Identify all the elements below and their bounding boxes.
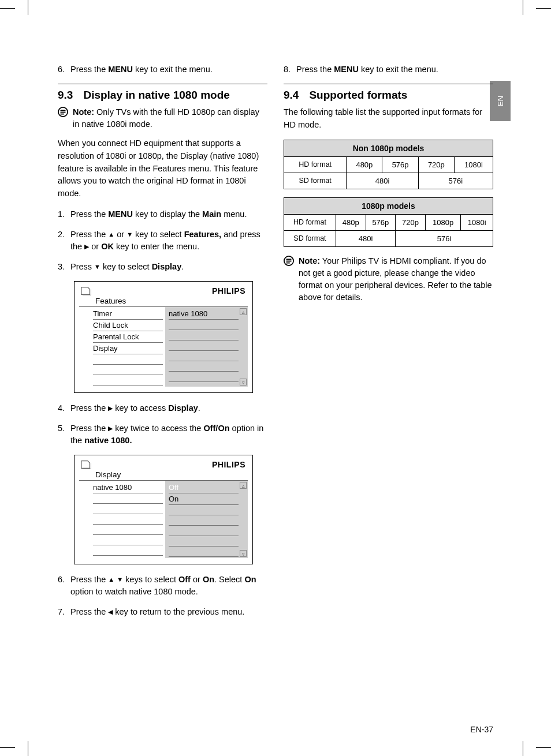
- text: key to enter the menu.: [114, 242, 199, 251]
- list-item: [169, 361, 239, 372]
- text: key to exit the menu.: [133, 65, 213, 74]
- list-item: [169, 536, 239, 547]
- text: menu.: [221, 209, 247, 219]
- step-3: 3. Press ▼ key to select Display.: [58, 261, 267, 273]
- table-1080p: 1080p models HD format 480p 576p 720p 10…: [284, 197, 493, 247]
- osd-title: Display: [95, 470, 248, 479]
- list-item: Display: [93, 343, 163, 354]
- display-key: Display: [152, 262, 182, 271]
- section-number: 9.4: [284, 89, 299, 102]
- osd-features-menu: PHILIPS Features Timer Child Lock Parent…: [74, 281, 253, 393]
- svg-rect-5: [286, 259, 292, 260]
- up-arrow-icon: ▲: [108, 230, 114, 239]
- text: key to display the: [133, 209, 202, 219]
- list-item: native 1080: [93, 482, 163, 493]
- text: Press: [70, 262, 94, 271]
- list-item: [93, 525, 163, 535]
- text: Press the: [70, 575, 108, 584]
- scroll-up-icon: ▵: [240, 308, 247, 315]
- right-column: 8. Press the MENU key to exit the menu. …: [284, 63, 493, 626]
- row-label: HD format: [284, 214, 336, 230]
- step-4: 4. Press the ▶ key to access Display.: [58, 402, 267, 414]
- note-9-3: Note: Only TVs with the full HD 1080p ca…: [58, 106, 267, 130]
- list-item: [169, 330, 239, 340]
- text: Press the: [70, 607, 108, 616]
- text: Press the: [70, 230, 108, 239]
- brand-label: PHILIPS: [212, 460, 245, 469]
- menu-key: MENU: [334, 65, 359, 74]
- svg-rect-6: [286, 260, 292, 261]
- document-icon: [80, 285, 93, 297]
- text: Press the: [70, 403, 108, 413]
- left-column: 6. Press the MENU key to exit the menu. …: [58, 63, 267, 626]
- list-item-selected: Off: [169, 482, 239, 493]
- down-arrow-icon: ▼: [126, 230, 133, 239]
- list-item: [169, 372, 239, 382]
- list-item: [169, 351, 239, 361]
- section-title: Supported formats: [309, 89, 407, 102]
- step-6: 6. Press the ▲ ▼ keys to select Off or O…: [58, 574, 267, 598]
- list-item: [169, 340, 239, 351]
- svg-rect-3: [61, 114, 64, 115]
- text: key to return to the previous menu.: [113, 607, 244, 616]
- text: Press the: [70, 65, 108, 74]
- svg-rect-1: [61, 110, 66, 111]
- ok-key: OK: [101, 242, 114, 251]
- osd-display-menu: PHILIPS Display native 1080 ▵: [74, 455, 253, 564]
- text: .: [181, 262, 184, 271]
- text: .: [198, 403, 200, 413]
- down-arrow-icon: ▼: [117, 575, 123, 585]
- page-content: 6. Press the MENU key to exit the menu. …: [35, 40, 516, 727]
- table-cell: 576p: [382, 156, 418, 173]
- table-cell: 1080i: [461, 214, 493, 230]
- note-text: Only TVs with the full HD 1080p can disp…: [73, 107, 259, 129]
- osd-title: Features: [95, 297, 248, 305]
- list-item: [93, 504, 163, 514]
- scroll-down-icon: ▿: [240, 550, 247, 557]
- list-item: [93, 354, 163, 365]
- table-title: 1080p models: [284, 197, 493, 214]
- row-label: SD format: [284, 173, 347, 189]
- list-item: [93, 493, 163, 504]
- on-key: On: [203, 575, 214, 584]
- section-title: Display in native 1080 mode: [83, 89, 229, 102]
- step-6-top: 6. Press the MENU key to exit the menu.: [58, 63, 267, 76]
- text: key to select: [133, 230, 184, 239]
- text: Press the: [70, 424, 108, 433]
- note-9-4: Note: Your Philips TV is HDMI compliant.…: [284, 255, 493, 304]
- svg-rect-7: [286, 262, 290, 263]
- up-arrow-icon: ▲: [108, 575, 114, 585]
- text: Press the: [70, 209, 108, 219]
- osd-left-pane: native 1080: [79, 481, 165, 558]
- text: key to access: [113, 403, 168, 413]
- note-label: Note:: [299, 256, 320, 265]
- paragraph-supported-formats: The following table list the supported i…: [284, 106, 493, 132]
- section-9-3-heading: 9.3 Display in native 1080 mode: [58, 89, 267, 102]
- table-cell: 1080i: [454, 156, 493, 173]
- list-item: [169, 320, 239, 330]
- row-label: HD format: [284, 156, 347, 173]
- table-cell: 480i: [347, 173, 418, 189]
- text: key to select: [100, 262, 152, 271]
- offon-key: Off/On: [203, 424, 229, 433]
- menu-key: MENU: [108, 209, 133, 219]
- list-item: Timer: [93, 308, 163, 320]
- down-arrow-icon: ▼: [94, 263, 100, 272]
- list-item: [169, 505, 239, 515]
- step-1: 1. Press the MENU key to display the Mai…: [58, 208, 267, 220]
- note-icon: [284, 256, 294, 266]
- scroll-up-icon: ▵: [240, 482, 247, 489]
- scroll-down-icon: ▿: [240, 379, 247, 386]
- text: key twice to access the: [113, 424, 203, 433]
- list-item: [169, 515, 239, 526]
- note-label: Note:: [73, 107, 94, 117]
- text: or: [114, 230, 126, 239]
- text: Press the: [296, 65, 334, 74]
- text: key to exit the menu.: [359, 65, 438, 74]
- right-arrow-icon: ▶: [84, 242, 89, 252]
- table-cell: 1080p: [425, 214, 461, 230]
- osd-left-pane: Timer Child Lock Parental Lock Display: [79, 307, 165, 387]
- svg-rect-2: [61, 112, 66, 113]
- note-text: Your Philips TV is HDMI compliant. If yo…: [299, 256, 492, 302]
- text: keys to select: [123, 575, 178, 584]
